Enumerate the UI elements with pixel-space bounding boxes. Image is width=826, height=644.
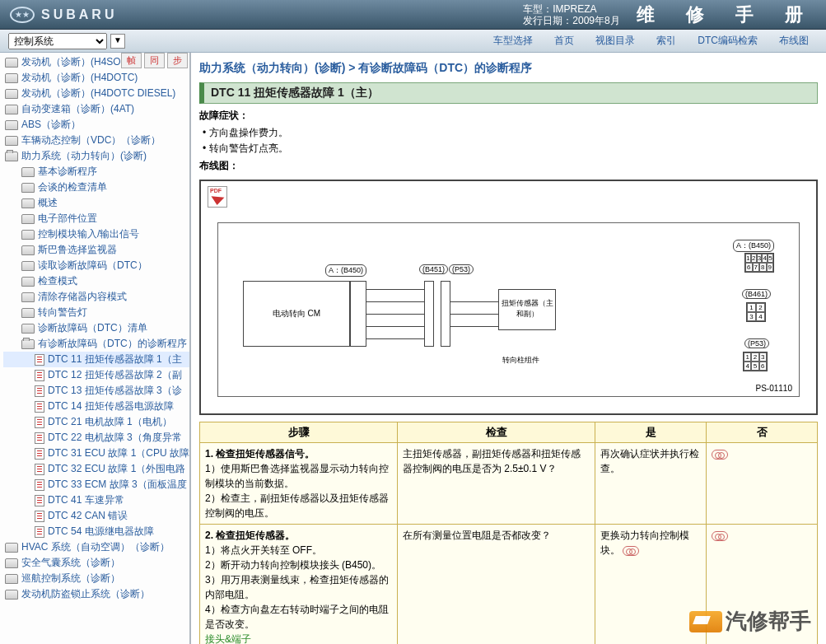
link-icon[interactable] — [712, 531, 728, 541]
tree-item[interactable]: DTC 32 ECU 故障 1（外围电路 — [3, 461, 189, 477]
pdf-icon[interactable] — [208, 186, 227, 208]
tree-item[interactable]: ABS（诊断） — [3, 117, 189, 133]
folder-icon — [5, 120, 18, 130]
tree-item[interactable]: 诊断故障码（DTC）清单 — [3, 320, 189, 336]
document-icon — [35, 479, 44, 491]
tree-item[interactable]: 助力系统（动力转向）(诊断) — [3, 148, 189, 164]
folder-icon — [5, 105, 18, 114]
tree-item-label: 检查模式 — [38, 274, 77, 288]
tree-item[interactable]: 巡航控制系统（诊断） — [3, 571, 189, 586]
document-icon — [35, 385, 44, 397]
connector-link[interactable]: 接头&端子 — [205, 633, 251, 644]
nav-model-select[interactable]: 车型选择 — [484, 31, 542, 50]
tree-item-label: DTC 14 扭矩传感器电源故障 — [48, 399, 174, 413]
tree-item-label: DTC 54 电源继电器故障 — [48, 525, 154, 539]
tree-item[interactable]: 转向警告灯 — [3, 305, 189, 320]
tree-item[interactable]: 会谈的检查清单 — [3, 180, 189, 195]
manual-title: 维 修 手 册 — [637, 9, 816, 21]
diagram-tag-b461: (B461) — [742, 289, 771, 299]
tree-item-label: 会谈的检查清单 — [38, 180, 107, 194]
tree-item[interactable]: 有诊断故障码（DTC）的诊断程序 — [3, 336, 189, 352]
tree-item-label: 车辆动态控制（VDC）（诊断） — [21, 133, 161, 147]
tree-item-label: 发动机（诊断）(H4DOTC) — [21, 71, 138, 85]
tree-item-label: 自动变速箱（诊断）(4AT) — [21, 102, 134, 116]
folder-icon — [5, 136, 18, 146]
link-icon[interactable] — [712, 450, 728, 460]
diagram-cm-box: 电动转向 CM — [243, 281, 350, 347]
tree-item-label: 清除存储器内容模式 — [38, 290, 127, 304]
diagnosis-table: 步骤 检查 是 否 1. 检查扭矩传感器信号。1）使用斯巴鲁选择监视器显示动力转… — [199, 422, 818, 644]
tree-item[interactable]: 读取诊断故障码（DTC） — [3, 258, 189, 273]
wiring-label: 布线图： — [199, 159, 818, 173]
sidebar: 帧 同 步 发动机（诊断）(H4SO)发动机（诊断）(H4DOTC)发动机（诊断… — [0, 53, 191, 644]
tree-item[interactable]: 自动变速箱（诊断）(4AT) — [3, 101, 189, 117]
document-icon — [35, 448, 44, 460]
folder-icon — [21, 230, 35, 240]
diagram-tag-b450: A：(B450) — [733, 240, 774, 252]
folder-icon — [5, 89, 18, 99]
tree-item[interactable]: DTC 31 ECU 故障 1（CPU 故障 — [3, 446, 189, 461]
tree-item[interactable]: 基本诊断程序 — [3, 164, 189, 180]
tree-item[interactable]: 斯巴鲁选择监视器 — [3, 242, 189, 258]
tree-item[interactable]: 发动机（诊断）(H4DOTC DIESEL) — [3, 86, 189, 101]
symptom-2: • 转向警告灯点亮。 — [199, 142, 818, 156]
folder-icon — [21, 277, 35, 287]
tree-item-label: HVAC 系统（自动空调）（诊断） — [21, 540, 170, 554]
tree-item[interactable]: DTC 41 车速异常 — [3, 492, 189, 508]
tree-item[interactable]: 概述 — [3, 195, 189, 211]
cell-yes: 再次确认症状并执行检查。 — [595, 443, 707, 525]
tree-item-label: DTC 21 电机故障 1（电机） — [48, 415, 172, 429]
tree-item[interactable]: DTC 13 扭矩传感器故障 3（诊 — [3, 383, 189, 399]
side-tab-1[interactable]: 同 — [144, 53, 165, 68]
folder-icon — [5, 590, 18, 600]
nav-wiring[interactable]: 布线图 — [770, 31, 818, 50]
side-tab-2[interactable]: 步 — [167, 53, 188, 68]
tree-item[interactable]: 车辆动态控制（VDC）（诊断） — [3, 133, 189, 148]
nav-down-button[interactable]: ▼ — [110, 34, 125, 49]
document-icon — [35, 401, 44, 413]
side-tab-0[interactable]: 帧 — [121, 53, 142, 68]
nav-index[interactable]: 索引 — [647, 31, 685, 50]
th-no: 否 — [707, 422, 818, 443]
tree-item-label: DTC 41 车速异常 — [48, 493, 124, 507]
tree-item[interactable]: 发动机防盗锁止系统（诊断） — [3, 586, 189, 602]
nav-view-toc[interactable]: 视图目录 — [586, 31, 644, 50]
nav-dtc-search[interactable]: DTC编码检索 — [688, 31, 767, 50]
tree-item[interactable]: DTC 21 电机故障 1（电机） — [3, 414, 189, 430]
tree-item[interactable]: 清除存储器内容模式 — [3, 289, 189, 305]
tree-item[interactable]: DTC 12 扭矩传感器故障 2（副 — [3, 367, 189, 383]
tree-item-label: 巡航控制系统（诊断） — [21, 572, 120, 586]
folder-icon — [21, 339, 35, 349]
folder-icon — [21, 214, 35, 224]
brand-name: SUBARU — [41, 7, 117, 22]
tree-item[interactable]: 发动机（诊断）(H4DOTC) — [3, 70, 189, 86]
cell-no — [707, 525, 818, 645]
diagram-tag-p53: (P53) — [449, 264, 474, 274]
tree-item[interactable]: 检查模式 — [3, 273, 189, 289]
tree-item[interactable]: 电子部件位置 — [3, 211, 189, 226]
tree-item[interactable]: DTC 42 CAN 错误 — [3, 508, 189, 524]
tree-item[interactable]: DTC 54 电源继电器故障 — [3, 524, 189, 539]
tree-item-label: 斯巴鲁选择监视器 — [38, 243, 117, 257]
tree-item[interactable]: DTC 33 ECM 故障 3（面板温度 — [3, 477, 189, 492]
diagram-connector-a — [350, 281, 366, 347]
folder-icon — [5, 543, 18, 553]
tree-item[interactable]: 控制模块输入/输出信号 — [3, 226, 189, 242]
tree-item[interactable]: DTC 14 扭矩传感器电源故障 — [3, 399, 189, 414]
th-step: 步骤 — [200, 422, 398, 443]
tree-item[interactable]: DTC 22 电机故障 3（角度异常 — [3, 430, 189, 446]
tree-item-label: 发动机防盗锁止系统（诊断） — [21, 587, 150, 601]
system-select[interactable]: 控制系统 — [8, 33, 107, 49]
tree-item[interactable]: DTC 11 扭矩传感器故障 1（主 — [3, 352, 189, 367]
cell-yes: 更换动力转向控制模块。 — [595, 525, 707, 645]
diagram-sensor-box: 扭矩传感器（主和副） — [498, 289, 556, 330]
tree-item[interactable]: 安全气囊系统（诊断） — [3, 555, 189, 571]
link-icon[interactable] — [623, 546, 639, 556]
tree-item[interactable]: HVAC 系统（自动空调）（诊断） — [3, 539, 189, 555]
th-yes: 是 — [595, 422, 707, 443]
tree-item-label: 发动机（诊断）(H4DOTC DIESEL) — [21, 86, 175, 100]
tree-item-label: DTC 22 电机故障 3（角度异常 — [48, 431, 182, 445]
tree-item-label: 安全气囊系统（诊断） — [21, 556, 120, 570]
document-icon — [35, 354, 44, 366]
nav-home[interactable]: 首页 — [545, 31, 583, 50]
